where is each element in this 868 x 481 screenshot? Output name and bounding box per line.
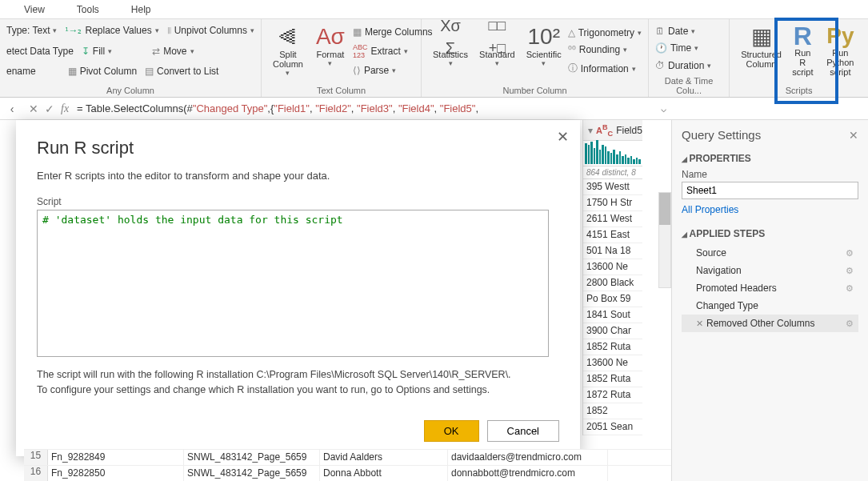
menu-help[interactable]: Help	[131, 4, 151, 15]
table-cell[interactable]: 2611 West	[583, 211, 642, 227]
applied-step[interactable]: Promoted Headers⚙	[682, 279, 858, 297]
script-label: Script	[37, 196, 559, 207]
applied-steps-list: Source⚙Navigation⚙Promoted Headers⚙Chang…	[682, 244, 858, 332]
extract-button[interactable]: ABC123 Extract ▾	[353, 43, 433, 59]
ok-button[interactable]: OK	[424, 420, 479, 442]
calendar-icon: 🗓	[655, 26, 665, 37]
unpivot-columns-button[interactable]: ⫴ Unpivot Columns ▾	[167, 25, 254, 36]
scientific-icon: 10²	[527, 24, 559, 50]
table-cell[interactable]: 1750 H Str	[583, 195, 642, 211]
table-cell[interactable]: 1852	[583, 403, 642, 419]
menu-bar: View Tools Help	[0, 0, 868, 19]
table-cell[interactable]: 1852 Ruta	[583, 339, 642, 355]
number-column-label: Number Column	[428, 86, 642, 95]
ribbon-group-scripts: ▦Structured Column RRun R script PyRun P…	[730, 19, 868, 97]
vertical-scrollbar[interactable]	[658, 192, 671, 288]
ribbon-group-number-column: ΧσΣStatistics▾ □□+□Standard▾ 10²Scientif…	[422, 19, 649, 97]
gear-icon[interactable]: ⚙	[846, 248, 854, 259]
statistics-button[interactable]: ΧσΣStatistics▾	[428, 22, 473, 78]
run-r-script-dialog: ✕ Run R script Enter R scripts into the …	[16, 120, 580, 456]
table-cell[interactable]: 501 Na 18	[583, 243, 642, 259]
replace-values-button[interactable]: ¹→₂ Replace Values ▾	[65, 25, 158, 36]
table-cell[interactable]: 2800 Black	[583, 275, 642, 291]
detect-data-type-button[interactable]: etect Data Type	[6, 46, 74, 57]
applied-step[interactable]: Changed Type	[682, 297, 858, 315]
scientific-button[interactable]: 10²Scientific▾	[522, 22, 566, 78]
column-header-field5[interactable]: ▾ ABC Field5	[583, 120, 642, 141]
install-note-1: The script will run with the following R…	[37, 367, 559, 383]
table-cell[interactable]: 1841 Sout	[583, 307, 642, 323]
table-row[interactable]: 15Fn_9282849SNWL_483142_Page_5659David A…	[24, 449, 671, 465]
query-settings-close-button[interactable]: ✕	[849, 129, 858, 142]
table-cell[interactable]: 1852 Ruta	[583, 371, 642, 387]
table-cell[interactable]: 395 Westt	[583, 179, 642, 195]
any-column-label: Any Column	[6, 86, 254, 95]
duration-button[interactable]: ⏱ Duration ▾	[655, 60, 722, 71]
format-icon: Aσ	[316, 24, 345, 50]
formula-input[interactable]: = Table.SelectColumns(#"Changed Type",{"…	[74, 102, 655, 114]
table-row[interactable]: 16Fn_9282850SNWL_483142_Page_5659Donna A…	[24, 465, 671, 481]
formula-cancel-icon[interactable]: ✕	[29, 102, 38, 115]
column-profile-bars	[583, 141, 642, 166]
table-cell[interactable]: 13600 Ne	[583, 355, 642, 371]
ribbon: Type: Text ▾ ¹→₂ Replace Values ▾ ⫴ Unpi…	[0, 19, 868, 98]
formula-expand-button[interactable]: ⌵	[655, 103, 671, 114]
split-column-button[interactable]: ⫷Split Column▾	[268, 22, 308, 78]
r-icon: R	[794, 24, 812, 48]
gear-icon[interactable]: ⚙	[846, 283, 854, 294]
rounding-button[interactable]: ⁰⁰ Rounding ▾	[568, 44, 642, 55]
menu-tools[interactable]: Tools	[77, 4, 99, 15]
table-cell[interactable]: 3900 Char	[583, 323, 642, 339]
nav-back-button[interactable]: ‹	[0, 102, 24, 115]
distinct-count: 864 distinct, 8	[583, 166, 642, 179]
table-cell[interactable]: 1872 Ruta	[583, 387, 642, 403]
trigonometry-button[interactable]: △ Trigonometry ▾	[568, 27, 642, 38]
column-field5: ▾ ABC Field5 864 distinct, 8 395 Westt17…	[582, 120, 642, 435]
fx-icon: fx	[61, 102, 69, 115]
applied-step[interactable]: Navigation⚙	[682, 262, 858, 279]
format-button[interactable]: AσFormat▾	[311, 22, 350, 78]
cancel-button[interactable]: Cancel	[487, 420, 559, 442]
menu-view[interactable]: View	[24, 4, 45, 15]
query-settings-title: Query Settings	[682, 128, 761, 142]
properties-header[interactable]: PROPERTIES	[682, 153, 858, 164]
time-button[interactable]: 🕐 Time ▾	[655, 42, 722, 54]
date-button[interactable]: 🗓 Date ▾	[655, 26, 722, 37]
script-editor[interactable]	[37, 210, 549, 357]
structured-column-button[interactable]: ▦Structured Column	[736, 22, 786, 78]
table-cell[interactable]: Po Box 59	[583, 291, 642, 307]
applied-step[interactable]: ✕Removed Other Columns⚙	[682, 315, 858, 332]
text-column-label: Text Column	[268, 86, 414, 95]
table-cell[interactable]: 4151 East	[583, 227, 642, 243]
scripts-label: Scripts	[736, 86, 862, 95]
merge-columns-button[interactable]: ▦ Merge Columns	[353, 26, 433, 38]
move-button[interactable]: ⇄ Move ▾	[152, 46, 194, 57]
table-cell[interactable]: 13600 Ne	[583, 259, 642, 275]
data-type-dropdown[interactable]: Type: Text ▾	[6, 25, 57, 36]
delete-step-icon[interactable]: ✕	[696, 319, 703, 328]
fill-button[interactable]: ↧ Fill ▾	[82, 46, 112, 57]
gear-icon[interactable]: ⚙	[846, 266, 854, 276]
applied-step[interactable]: Source⚙	[682, 244, 858, 262]
parse-button[interactable]: ⟨⟩ Parse ▾	[353, 65, 433, 76]
run-python-script-button[interactable]: PyRun Python script	[819, 22, 862, 78]
rename-button[interactable]: ename	[6, 66, 36, 77]
standard-button[interactable]: □□+□Standard▾	[474, 22, 520, 78]
table-cell[interactable]: 2051 Sean	[583, 419, 642, 435]
statistics-icon: ΧσΣ	[440, 24, 461, 50]
applied-steps-header[interactable]: APPLIED STEPS	[682, 228, 858, 239]
query-name-input[interactable]	[682, 182, 858, 199]
convert-to-list-button[interactable]: ▤ Convert to List	[145, 66, 218, 77]
run-r-script-button[interactable]: RRun R script	[786, 22, 819, 78]
pivot-column-button[interactable]: ▦ Pivot Column	[68, 66, 137, 77]
dialog-close-button[interactable]: ✕	[557, 128, 569, 146]
gear-icon[interactable]: ⚙	[846, 319, 854, 329]
structured-icon: ▦	[751, 24, 772, 50]
formula-commit-icon[interactable]: ✓	[45, 102, 54, 115]
information-button[interactable]: ⓘ Information ▾	[568, 62, 642, 75]
install-note-2: To configure your settings and change wh…	[37, 383, 559, 398]
ribbon-group-text-column: ⫷Split Column▾ AσFormat▾ ▦ Merge Columns…	[262, 19, 422, 97]
all-properties-link[interactable]: All Properties	[682, 204, 858, 215]
table-bottom-rows: 15Fn_9282849SNWL_483142_Page_5659David A…	[24, 449, 671, 481]
name-label: Name	[682, 169, 858, 180]
